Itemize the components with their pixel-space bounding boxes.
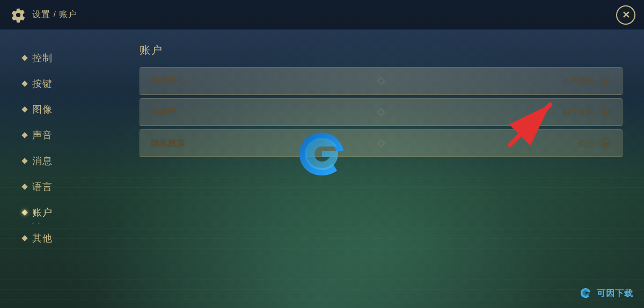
- diamond-icon: [21, 55, 27, 61]
- brand-text: 可因下载: [597, 288, 633, 299]
- action-text: 点击: [578, 138, 594, 149]
- close-button[interactable]: ✕: [616, 5, 635, 25]
- diamond-icon: [21, 80, 27, 86]
- sidebar-label: 图像: [32, 103, 53, 116]
- action-arrow-icon: ▶: [599, 137, 611, 149]
- sidebar-item-sound[interactable]: 声音: [16, 123, 118, 147]
- privacy-action: 点击 ▶: [578, 137, 611, 149]
- bottom-branding: 可因下载: [579, 287, 633, 300]
- diamond-icon: [21, 158, 27, 164]
- row-diamond-icon: [377, 140, 385, 147]
- sidebar-item-graphics[interactable]: 图像: [16, 98, 118, 121]
- sidebar-item-keys[interactable]: 按键: [16, 72, 118, 96]
- user-center-label: 用户中心: [151, 76, 215, 87]
- redeem-code-action: 前往兑换 ▶: [562, 106, 611, 118]
- gear-icon: [11, 8, 26, 23]
- redeem-code-label: 兑换码: [151, 107, 215, 118]
- sidebar-label: 声音: [32, 129, 53, 142]
- diamond-icon: [21, 132, 27, 138]
- diamond-icon: [21, 209, 27, 215]
- sidebar-label: 语言: [32, 180, 53, 193]
- brand-logo-icon: [579, 287, 592, 300]
- diamond-icon: [21, 235, 27, 241]
- breadcrumb: 设置 / 账户: [32, 9, 77, 20]
- sidebar-item-messages[interactable]: 消息: [16, 149, 118, 173]
- user-center-action: 点击跳转 ▶: [562, 75, 611, 87]
- header: 设置 / 账户 ✕: [0, 0, 644, 30]
- privacy-label: 隐私政策: [151, 138, 215, 149]
- row-separator: [140, 156, 622, 157]
- sidebar-label: 按键: [32, 77, 53, 90]
- action-arrow-icon: ▶: [599, 75, 611, 87]
- action-text: 点击跳转: [562, 76, 594, 86]
- sidebar-label: 其他: [32, 232, 53, 245]
- svg-line-1: [510, 105, 550, 145]
- red-arrow-annotation: [494, 97, 558, 150]
- sidebar-item-controls[interactable]: 控制: [16, 46, 118, 70]
- sidebar-label: 消息: [32, 155, 53, 167]
- sidebar-item-language[interactable]: 语言: [16, 175, 118, 199]
- row-diamond-icon: [377, 108, 385, 116]
- diamond-icon: [21, 106, 27, 112]
- action-arrow-icon: ▶: [599, 106, 611, 118]
- sidebar-item-account[interactable]: 账户: [16, 201, 118, 224]
- diamond-icon: [21, 184, 27, 189]
- sidebar: 控制 按键 图像 声音 消息 语言 账户 其他: [0, 30, 118, 308]
- action-text: 前往兑换: [562, 107, 594, 118]
- section-title: 账户: [140, 43, 623, 57]
- row-separator: [140, 94, 622, 94]
- row-diamond-icon: [377, 77, 385, 85]
- sidebar-label: 账户: [32, 206, 53, 219]
- sidebar-label: 控制: [32, 52, 53, 64]
- edge-logo: [295, 127, 349, 181]
- user-center-row[interactable]: 用户中心 点击跳转 ▶: [140, 67, 623, 95]
- sidebar-item-other[interactable]: 其他: [16, 226, 118, 250]
- content-area: 账户 用户中心 点击跳转 ▶ 兑换码 前往兑换 ▶ 隐私政策: [118, 30, 644, 308]
